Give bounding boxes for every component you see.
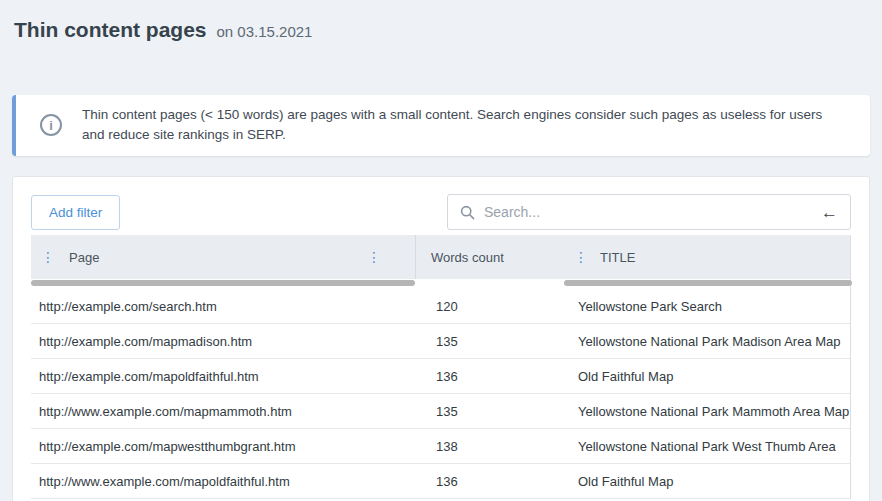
table-row[interactable]: http://www.example.com/mapoldfaithful.ht…	[31, 464, 850, 499]
column-header-page[interactable]: ⋮ Page ⋮	[31, 235, 416, 279]
search-input[interactable]	[484, 204, 812, 220]
column-header-words-count[interactable]: Words count	[416, 235, 566, 279]
column-menu-icon[interactable]: ⋮	[572, 249, 590, 265]
column-header-title[interactable]: ⋮ TITLE	[566, 235, 850, 279]
page-title: Thin content pages	[14, 18, 207, 42]
table-row[interactable]: http://example.com/mapmadison.htm135Yell…	[31, 324, 850, 359]
table-row[interactable]: http://www.example.com/mapmammoth.htm135…	[31, 394, 850, 429]
cell-words-count: 136	[416, 474, 566, 489]
cell-words-count: 136	[416, 369, 566, 384]
cell-page-url: http://example.com/mapmadison.htm	[31, 334, 416, 349]
table-row[interactable]: http://example.com/mapwestthumbgrant.htm…	[31, 429, 850, 464]
scrollbar-thumb-pinned[interactable]	[31, 280, 415, 286]
cell-page-url: http://example.com/mapwestthumbgrant.htm	[31, 439, 416, 454]
table-row[interactable]: http://example.com/search.htm120Yellowst…	[31, 289, 850, 324]
cell-words-count: 135	[416, 404, 566, 419]
cell-words-count: 120	[416, 299, 566, 314]
column-menu-icon[interactable]: ⋮	[39, 249, 57, 265]
cell-title: Yellowstone Park Search	[566, 299, 850, 314]
search-box[interactable]: ←	[447, 194, 851, 230]
cell-title: Yellowstone National Park West Thumb Are…	[566, 439, 850, 454]
arrow-left-icon[interactable]: ←	[821, 204, 838, 221]
cell-words-count: 135	[416, 334, 566, 349]
column-label-title: TITLE	[600, 250, 635, 265]
page-header: Thin content pages on 03.15.2021	[0, 0, 882, 42]
toolbar: Add filter ←	[13, 177, 869, 230]
cell-page-url: http://example.com/mapoldfaithful.htm	[31, 369, 416, 384]
cell-title: Yellowstone National Park Madison Area M…	[566, 334, 850, 349]
column-label-words-count: Words count	[431, 250, 504, 265]
table-row[interactable]: http://example.com/mapoldfaithful.htm136…	[31, 359, 850, 394]
info-banner-text: Thin content pages (< 150 words) are pag…	[82, 105, 846, 146]
horizontal-scrollbar	[31, 279, 850, 289]
table-header: ⋮ Page ⋮ Words count ⋮ TITLE	[31, 235, 850, 279]
cell-page-url: http://www.example.com/mapmammoth.htm	[31, 404, 416, 419]
cell-title: Old Faithful Map	[566, 474, 850, 489]
info-icon: i	[40, 114, 62, 136]
info-banner: i Thin content pages (< 150 words) are p…	[12, 95, 870, 156]
cell-words-count: 138	[416, 439, 566, 454]
scrollbar-thumb-main[interactable]	[564, 280, 852, 286]
column-menu-icon[interactable]: ⋮	[365, 249, 383, 265]
add-filter-button[interactable]: Add filter	[31, 195, 120, 230]
results-table: ⋮ Page ⋮ Words count ⋮ TITLE http://exam…	[31, 235, 851, 499]
cell-page-url: http://www.example.com/mapoldfaithful.ht…	[31, 474, 416, 489]
cell-title: Yellowstone National Park Mammoth Area M…	[566, 404, 850, 419]
page-date: on 03.15.2021	[217, 23, 313, 40]
table-body: http://example.com/search.htm120Yellowst…	[31, 289, 850, 499]
cell-page-url: http://example.com/search.htm	[31, 299, 416, 314]
content-card: Add filter ← ⋮ Page ⋮ Words count	[12, 176, 870, 501]
cell-title: Old Faithful Map	[566, 369, 850, 384]
search-icon	[460, 205, 475, 220]
column-label-page: Page	[69, 250, 99, 265]
